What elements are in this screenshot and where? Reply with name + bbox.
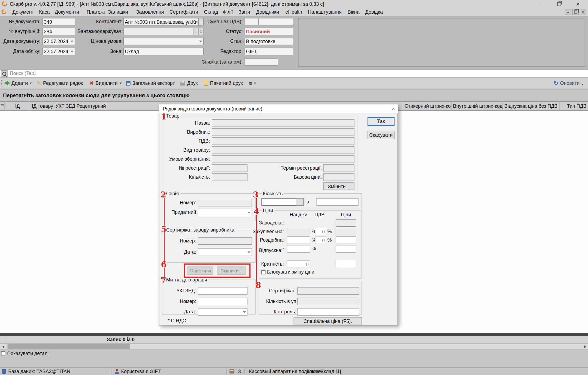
special-price-button[interactable]: Спеціальна ціна (F5).: [294, 317, 362, 325]
product-regno-field[interactable]: [212, 164, 248, 172]
plus-icon: ✚: [5, 80, 10, 86]
certificate-field[interactable]: [297, 287, 359, 295]
window-restore-button[interactable]: [551, 0, 568, 8]
retail-price-field[interactable]: [336, 236, 356, 244]
refresh-button[interactable]: ↻ Оновити: [553, 78, 584, 89]
control-field[interactable]: [297, 308, 359, 316]
mfr-cert-date-select[interactable]: [198, 248, 252, 256]
column-product-id[interactable]: ІД товару: [30, 101, 54, 111]
menu-guides[interactable]: Довідники: [256, 8, 279, 16]
column-id[interactable]: ІД: [5, 101, 31, 111]
batch-print-button[interactable]: Пакетний друк: [204, 78, 243, 89]
selling-markup-field[interactable]: [287, 245, 310, 253]
chevron-down-icon: [254, 82, 256, 84]
column-selling-price[interactable]: Відпускна ціна без ПДВ: [503, 101, 560, 111]
mdi-minimize-button[interactable]: –: [565, 9, 571, 15]
product-change-button[interactable]: Змінити...: [323, 182, 354, 190]
menu-documents[interactable]: Документи: [55, 8, 79, 16]
toolbar-drag-handle[interactable]: [1, 80, 2, 86]
menu-ehealth[interactable]: eHealth: [285, 8, 302, 16]
title-bar: Скарб pro v. 4.0.2.77 [ІД: 969] - [Апт №…: [0, 0, 588, 8]
menu-windows[interactable]: Вікна: [348, 8, 360, 16]
scroll-right-button[interactable]: [582, 344, 588, 350]
menu-orders[interactable]: Замовлення: [136, 8, 164, 16]
purchase-vat-field[interactable]: 0: [315, 228, 326, 235]
ok-button[interactable]: Так: [368, 117, 395, 126]
qty-per-pack-field[interactable]: [297, 298, 359, 305]
sum-no-vat-field-1[interactable]: [244, 18, 259, 26]
zone-field[interactable]: Склад: [123, 48, 204, 55]
column-prescription[interactable]: Рецептурний: [75, 101, 106, 111]
grid-handle-column[interactable]: [0, 101, 5, 111]
discount-field[interactable]: [244, 58, 278, 66]
product-vat-field[interactable]: [212, 137, 354, 145]
quantity-picker-button[interactable]: ...: [297, 198, 304, 206]
customs-uktzed-field[interactable]: [198, 287, 248, 295]
purchase-price-field[interactable]: [336, 228, 356, 235]
column-internal-barcode[interactable]: Внутрішній штрих-код: [451, 101, 503, 111]
customs-number-field[interactable]: [198, 298, 248, 305]
mdi-close-button[interactable]: ×: [580, 9, 586, 15]
series-number-field[interactable]: [198, 199, 252, 206]
menu-reports[interactable]: Звіти: [238, 8, 250, 16]
search-button[interactable]: [1, 70, 8, 77]
contractor-field[interactable]: Апт №003 пгт.Барышевка, ул.Киев: [123, 18, 198, 26]
group-by-bar[interactable]: Перетягніть заголовок колонки сюди для у…: [0, 90, 588, 101]
quantity-total-field[interactable]: [316, 198, 359, 206]
add-button[interactable]: ✚ Додати: [5, 78, 32, 89]
window-close-button[interactable]: ×: [569, 0, 586, 8]
menu-certs[interactable]: Сертифікати: [169, 8, 198, 16]
column-vat-type[interactable]: Тип ПДВ: [560, 101, 588, 111]
dialog-close-icon[interactable]: ×: [389, 104, 398, 113]
delete-button[interactable]: ✖ Видалити: [90, 78, 122, 89]
consignee-picker-button[interactable]: ...: [193, 28, 198, 35]
menu-warehouse[interactable]: Склад: [204, 8, 218, 16]
column-list-button[interactable]: ≡: [249, 78, 256, 89]
menu-settings[interactable]: Налаштування: [308, 8, 342, 16]
search-input[interactable]: Поиск (Tab): [10, 70, 36, 77]
mfr-cert-number-field[interactable]: [198, 237, 252, 245]
product-name-field[interactable]: [212, 119, 354, 127]
menu-kasa[interactable]: Каса: [39, 8, 50, 16]
consignee-field[interactable]: [123, 28, 193, 35]
customs-date-select[interactable]: [198, 308, 248, 316]
cancel-button[interactable]: Скасувати: [368, 131, 395, 139]
product-qty-field[interactable]: [212, 173, 248, 181]
chevron-down-icon[interactable]: [247, 251, 250, 253]
window-minimize-button[interactable]: [532, 0, 549, 8]
menu-payments[interactable]: Платежі: [87, 8, 105, 16]
export-button[interactable]: Загальний експорт: [126, 78, 175, 89]
multiplicity-price-field[interactable]: [336, 260, 356, 267]
scrollbar-thumb[interactable]: [8, 344, 130, 349]
factory-price-field[interactable]: [336, 219, 356, 227]
scroll-left-button[interactable]: [0, 344, 6, 350]
dialog-title-bar: Рядок видаткового документа (новий запис…: [159, 104, 398, 113]
product-maker-field[interactable]: [212, 128, 354, 136]
print-button[interactable]: Друк: [180, 78, 198, 89]
multiplicity-field[interactable]: 0: [287, 260, 310, 268]
product-kind-field[interactable]: [212, 146, 354, 154]
retail-markup-field[interactable]: [287, 236, 310, 244]
product-baseprice-field[interactable]: [323, 173, 354, 181]
product-regterm-field[interactable]: [323, 164, 354, 172]
column-uktzed[interactable]: УКТ ЗЕД: [54, 101, 75, 111]
series-valid-select[interactable]: [198, 209, 252, 216]
lock-price-checkbox[interactable]: [261, 270, 265, 274]
menu-branches[interactable]: Філії: [223, 8, 233, 16]
menu-stock[interactable]: Залишки: [108, 8, 128, 16]
retail-vat-field[interactable]: 0: [315, 236, 326, 244]
purchase-markup-field[interactable]: [287, 228, 310, 235]
splitter-bar[interactable]: [0, 333, 588, 336]
sum-no-vat-field-2[interactable]: [258, 18, 293, 26]
menu-document[interactable]: Документ: [12, 8, 34, 16]
column-sticker-barcode[interactable]: Стикерний штрих-код: [403, 101, 452, 111]
price-condition-select[interactable]: [123, 38, 204, 45]
show-details-checkbox[interactable]: [1, 351, 5, 355]
menu-help[interactable]: Довідка: [365, 8, 383, 16]
product-storage-field[interactable]: [212, 155, 354, 163]
chevron-down-icon[interactable]: [247, 212, 250, 214]
edit-row-button[interactable]: ✎ Редагувати рядок: [37, 78, 83, 89]
chevron-down-icon[interactable]: [243, 311, 246, 313]
selling-price-field[interactable]: [336, 245, 356, 253]
mdi-restore-button[interactable]: [572, 9, 578, 15]
